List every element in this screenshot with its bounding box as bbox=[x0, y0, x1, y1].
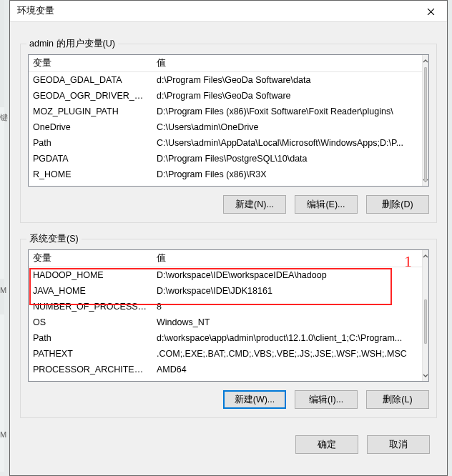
val-cell: D:\Program Files (x86)\Foxit Software\Fo… bbox=[152, 104, 422, 119]
table-row[interactable]: Pathd:\workspace\app\admin\product\12.1.… bbox=[29, 330, 422, 346]
bg-char-1: 键 bbox=[0, 112, 8, 123]
sys-edit-button[interactable]: 编辑(I)... bbox=[295, 390, 358, 409]
var-cell: Path bbox=[29, 135, 152, 151]
window-title: 环境变量 bbox=[17, 5, 54, 17]
user-vars-header-var[interactable]: 变量 bbox=[29, 55, 152, 72]
scroll-track[interactable] bbox=[423, 67, 428, 174]
sys-vars-scrollbar[interactable] bbox=[422, 250, 428, 381]
user-vars-header-val[interactable]: 值 bbox=[152, 55, 422, 72]
var-cell: PATHEXT bbox=[29, 346, 152, 362]
user-vars-scrollbar[interactable] bbox=[422, 55, 428, 186]
scroll-up-icon[interactable] bbox=[423, 250, 428, 262]
table-row[interactable]: PROCESSOR_ARCHITECT...AMD64 bbox=[29, 362, 422, 377]
var-cell: GEODA_GDAL_DATA bbox=[29, 72, 152, 88]
user-new-button[interactable]: 新建(N)... bbox=[223, 195, 286, 214]
var-cell: OS bbox=[29, 314, 152, 330]
val-cell: AMD64 bbox=[152, 362, 422, 377]
sys-vars-group: 系统变量(S) 变量 值 HADOOP_HOMED:\workspace\IDE… bbox=[20, 239, 437, 418]
var-cell: Path bbox=[29, 330, 152, 346]
val-cell: C:\Users\admin\OneDrive bbox=[152, 119, 422, 135]
val-cell: D:\workspace\IDE\workspaceIDEA\hadoop bbox=[152, 267, 422, 283]
user-vars-buttons: 新建(N)... 编辑(E)... 删除(D) bbox=[28, 195, 429, 214]
sys-vars-header-row: 变量 值 bbox=[29, 250, 422, 267]
scroll-thumb[interactable] bbox=[424, 299, 427, 344]
sys-delete-button[interactable]: 删除(L) bbox=[366, 390, 429, 409]
val-cell: D:\workspace\IDE\JDK18161 bbox=[152, 283, 422, 299]
table-row[interactable]: PGDATAD:\Program Files\PostgreSQL\10\dat… bbox=[29, 151, 422, 167]
var-cell: PROCESSOR_ARCHITECT... bbox=[29, 362, 152, 377]
dialog-footer: 确定 取消 bbox=[10, 425, 447, 464]
table-row[interactable]: HADOOP_HOMED:\workspace\IDE\workspaceIDE… bbox=[29, 267, 422, 283]
val-cell: d:\Program Files\GeoDa Software\data bbox=[152, 72, 422, 88]
table-row[interactable]: JAVA_HOMED:\workspace\IDE\JDK18161 bbox=[29, 283, 422, 299]
scroll-down-icon[interactable] bbox=[423, 369, 428, 381]
sys-vars-table-wrap[interactable]: 变量 值 HADOOP_HOMED:\workspace\IDE\workspa… bbox=[28, 249, 429, 382]
table-row[interactable]: PATHEXT.COM;.EXE;.BAT;.CMD;.VBS;.VBE;.JS… bbox=[29, 346, 422, 362]
sys-vars-buttons: 新建(W)... 编辑(I)... 删除(L) bbox=[28, 390, 429, 409]
user-vars-table[interactable]: 变量 值 GEODA_GDAL_DATAd:\Program Files\Geo… bbox=[29, 55, 422, 182]
var-cell: HADOOP_HOME bbox=[29, 267, 152, 283]
user-vars-group: admin 的用户变量(U) 变量 值 GEODA_GDAL_DATAd:\Pr… bbox=[20, 44, 437, 223]
env-vars-dialog: 环境变量 admin 的用户变量(U) 变量 值 bbox=[9, 0, 448, 476]
val-cell: D:\Program Files (x86)\R3X bbox=[152, 167, 422, 182]
user-delete-button[interactable]: 删除(D) bbox=[366, 195, 429, 214]
close-button[interactable] bbox=[415, 1, 447, 22]
var-cell: MOZ_PLUGIN_PATH bbox=[29, 104, 152, 119]
table-row[interactable]: GEODA_OGR_DRIVER_PATHd:\Program Files\Ge… bbox=[29, 88, 422, 104]
user-vars-legend: admin 的用户变量(U) bbox=[26, 38, 118, 50]
table-row[interactable]: OSWindows_NT bbox=[29, 314, 422, 330]
val-cell: d:\Program Files\GeoDa Software bbox=[152, 88, 422, 104]
user-vars-header-row: 变量 值 bbox=[29, 55, 422, 72]
background-left-strip: 键 M M bbox=[0, 0, 4, 476]
table-row[interactable]: MOZ_PLUGIN_PATHD:\Program Files (x86)\Fo… bbox=[29, 104, 422, 119]
cancel-button[interactable]: 取消 bbox=[367, 435, 430, 454]
user-vars-table-wrap[interactable]: 变量 值 GEODA_GDAL_DATAd:\Program Files\Geo… bbox=[28, 54, 429, 187]
table-row[interactable]: NUMBER_OF_PROCESSORS8 bbox=[29, 299, 422, 314]
sys-new-button[interactable]: 新建(W)... bbox=[223, 390, 286, 409]
bg-char-2: M bbox=[0, 286, 6, 294]
var-cell: NUMBER_OF_PROCESSORS bbox=[29, 299, 152, 314]
val-cell: 8 bbox=[152, 299, 422, 314]
val-cell: D:\Program Files\PostgreSQL\10\data bbox=[152, 151, 422, 167]
var-cell: PGDATA bbox=[29, 151, 152, 167]
var-cell: GEODA_OGR_DRIVER_PATH bbox=[29, 88, 152, 104]
sys-vars-table[interactable]: 变量 值 HADOOP_HOMED:\workspace\IDE\workspa… bbox=[29, 250, 422, 377]
close-icon bbox=[427, 8, 435, 16]
scroll-up-icon[interactable] bbox=[423, 55, 428, 67]
ok-button[interactable]: 确定 bbox=[295, 435, 358, 454]
sys-vars-legend: 系统变量(S) bbox=[26, 233, 82, 245]
var-cell: R_HOME bbox=[29, 167, 152, 182]
var-cell: JAVA_HOME bbox=[29, 283, 152, 299]
titlebar[interactable]: 环境变量 bbox=[10, 1, 447, 22]
table-row[interactable]: GEODA_GDAL_DATAd:\Program Files\GeoDa So… bbox=[29, 72, 422, 88]
user-edit-button[interactable]: 编辑(E)... bbox=[295, 195, 358, 214]
scroll-track[interactable] bbox=[423, 262, 428, 369]
val-cell: .COM;.EXE;.BAT;.CMD;.VBS;.VBE;.JS;.JSE;.… bbox=[152, 346, 422, 362]
val-cell: C:\Users\admin\AppData\Local\Microsoft\W… bbox=[152, 135, 422, 151]
dialog-content: admin 的用户变量(U) 变量 值 GEODA_GDAL_DATAd:\Pr… bbox=[10, 22, 447, 425]
val-cell: Windows_NT bbox=[152, 314, 422, 330]
table-row[interactable]: PathC:\Users\admin\AppData\Local\Microso… bbox=[29, 135, 422, 151]
var-cell: OneDrive bbox=[29, 119, 152, 135]
sys-vars-header-val[interactable]: 值 bbox=[152, 250, 422, 267]
table-row[interactable]: R_HOMED:\Program Files (x86)\R3X bbox=[29, 167, 422, 182]
scroll-thumb[interactable] bbox=[424, 67, 427, 182]
bg-char-3: M bbox=[0, 430, 6, 439]
sys-vars-header-var[interactable]: 变量 bbox=[29, 250, 152, 267]
val-cell: d:\workspace\app\admin\product\12.1.0\cl… bbox=[152, 330, 422, 346]
table-row[interactable]: OneDriveC:\Users\admin\OneDrive bbox=[29, 119, 422, 135]
